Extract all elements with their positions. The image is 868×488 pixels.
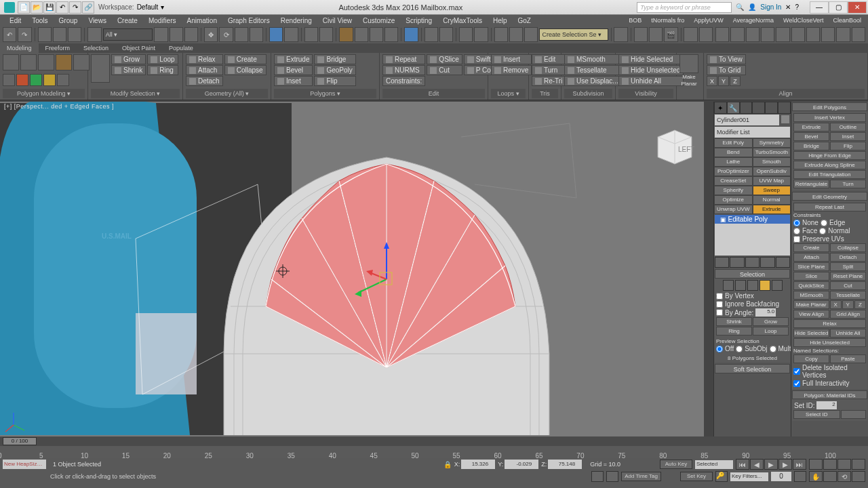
menu-crymaxtools[interactable]: CryMaxTools <box>437 17 488 24</box>
stack-remove-icon[interactable] <box>760 257 774 268</box>
group-geometry[interactable]: Geometry (All) ▾ <box>186 89 268 98</box>
hinge-button[interactable]: Hinge From Edge <box>793 151 866 160</box>
select-by-name-icon[interactable] <box>154 27 167 42</box>
slice-button[interactable]: Slice <box>793 272 829 281</box>
quickslice-button[interactable]: QuickSlice <box>793 281 829 290</box>
sel-shrink-button[interactable]: Shrink <box>716 317 752 326</box>
nav-walk-icon[interactable] <box>823 471 837 482</box>
edit-tri-button[interactable]: Edit Triangulation <box>793 170 866 179</box>
script-avgnorm[interactable]: AverageNorma <box>730 17 776 24</box>
stack-editable-poly[interactable]: ▣ Editable Poly <box>715 215 790 224</box>
qat-save-icon[interactable]: 💾 <box>43 1 56 14</box>
signin-link[interactable]: Sign In <box>760 3 781 11</box>
graphite-icon[interactable] <box>494 27 508 42</box>
align-x-button[interactable]: X <box>707 76 717 86</box>
time-slider[interactable]: 0 / 100 <box>0 436 868 446</box>
qat-open-icon[interactable]: 📂 <box>31 1 43 14</box>
poly-edge-icon[interactable] <box>20 54 37 70</box>
layers-icon[interactable] <box>474 27 488 42</box>
use-center-icon[interactable] <box>284 27 298 42</box>
constraint-face[interactable] <box>793 228 800 235</box>
qat-new-icon[interactable]: 📄 <box>18 1 30 14</box>
next-frame-icon[interactable]: ▶ <box>778 459 792 470</box>
preview-subobj-radio[interactable] <box>736 346 743 352</box>
spinner-snap-icon[interactable] <box>384 27 398 42</box>
pm4-icon[interactable] <box>43 74 56 86</box>
unhide-all-button[interactable]: Unhide All <box>830 329 866 338</box>
tab-objectpaint[interactable]: Object Paint <box>115 43 162 53</box>
ep-extrude-button[interactable]: Extrude <box>793 123 829 131</box>
mod-editpoly[interactable]: Edit Poly <box>714 138 753 148</box>
curve-editor-icon[interactable] <box>509 27 523 42</box>
maxscript-listener[interactable]: New HeapSiz… <box>3 460 46 469</box>
coord-x[interactable]: 15.326 <box>461 460 495 469</box>
qat-link-icon[interactable]: 🔗 <box>82 1 94 14</box>
extras7-icon[interactable] <box>806 27 820 42</box>
full-interactivity-checkbox[interactable] <box>793 380 800 387</box>
mod-opensubdiv[interactable]: OpenSubdiv <box>753 167 791 176</box>
remove-button[interactable]: Remove <box>491 65 532 75</box>
percent-snap-icon[interactable] <box>370 27 383 42</box>
app-logo-icon[interactable] <box>4 2 15 13</box>
selection-lock-icon[interactable] <box>606 471 618 482</box>
menu-civilview[interactable]: Civil View <box>317 17 357 24</box>
extras8-icon[interactable] <box>821 27 835 42</box>
qslice-button[interactable]: QSlice <box>427 54 462 64</box>
current-frame-field[interactable]: 0 <box>771 472 791 481</box>
shrink-button[interactable]: Shrink <box>111 65 146 75</box>
render-prod-icon[interactable]: 🎬 <box>664 27 677 42</box>
eg-msmooth-button[interactable]: MSmooth <box>793 291 829 300</box>
qat-redo-icon[interactable]: ↷ <box>69 1 81 14</box>
pm2-icon[interactable] <box>16 74 28 86</box>
select-region-icon[interactable] <box>170 27 183 42</box>
time-config-icon[interactable] <box>794 471 806 482</box>
help-icon[interactable]: ? <box>795 3 799 11</box>
make-planar-button[interactable]: Make Planar <box>793 300 829 309</box>
tab-populate[interactable]: Populate <box>162 43 200 53</box>
poly-polygon-icon[interactable] <box>56 54 72 70</box>
eg-cut-button[interactable]: Cut <box>830 281 866 290</box>
menu-animation[interactable]: Animation <box>181 17 222 24</box>
mod-sweep[interactable]: Sweep <box>753 186 791 195</box>
script-applyuvw[interactable]: ApplyUVW <box>691 17 726 24</box>
ignore-backfacing-checkbox[interactable] <box>716 301 723 308</box>
tab-modeling[interactable]: Modeling <box>0 43 39 53</box>
menu-rendering[interactable]: Rendering <box>275 17 317 24</box>
mod-creaseset[interactable]: CreaseSet <box>714 176 753 186</box>
attach-button[interactable]: Attach <box>186 65 223 75</box>
ring-button[interactable]: Ring <box>147 65 178 75</box>
rendered-frame-icon[interactable] <box>649 27 663 42</box>
constraint-normal[interactable] <box>819 228 826 235</box>
time-slider-handle[interactable]: 0 / 100 <box>3 437 37 445</box>
togrid-button[interactable]: To Grid <box>707 65 746 75</box>
selection-filter[interactable]: All ▾ <box>103 28 153 41</box>
insert-button[interactable]: Insert <box>491 54 532 64</box>
stack-pin-icon[interactable] <box>715 257 729 268</box>
eg-create-button[interactable]: Create <box>793 243 829 252</box>
nav-zoom-icon[interactable] <box>809 459 823 470</box>
rollout-material-ids[interactable]: Polygon: Material IDs <box>792 390 867 399</box>
mod-prooptimizer[interactable]: ProOptimizer <box>714 167 753 176</box>
make-planar-icon[interactable] <box>679 54 698 73</box>
group-polygons[interactable]: Polygons ▾ <box>274 89 376 98</box>
so-border-icon[interactable] <box>747 280 758 291</box>
redo-icon[interactable]: ↷ <box>18 27 31 42</box>
group-loops[interactable]: Loops ▾ <box>491 89 526 98</box>
repeat-last-button[interactable]: Repeat Last <box>793 203 866 211</box>
scale-icon[interactable] <box>235 27 248 42</box>
nurms-button[interactable]: NURMS <box>382 65 425 75</box>
extrude-spline-button[interactable]: Extrude Along Spline <box>793 161 866 169</box>
delete-iso-checkbox[interactable] <box>793 368 800 375</box>
ns-paste-button[interactable]: Paste <box>830 354 866 363</box>
placement-icon[interactable] <box>250 27 263 42</box>
unlink-icon[interactable] <box>53 27 66 42</box>
preserve-uvs-checkbox[interactable] <box>793 236 800 243</box>
rollout-edit-geometry[interactable]: Edit Geometry <box>792 192 867 201</box>
panel-utilities-icon[interactable] <box>778 102 791 114</box>
create-button[interactable]: Create <box>224 54 267 64</box>
preview-multi-radio[interactable] <box>770 346 776 352</box>
sel-grow-button[interactable]: Grow <box>753 317 789 326</box>
key-icon[interactable]: 🔑 <box>715 471 728 482</box>
ep-bevel-button[interactable]: Bevel <box>793 132 829 141</box>
viewport-label[interactable]: [+] [Perspect... ded + Edged Faces ] <box>4 103 114 110</box>
